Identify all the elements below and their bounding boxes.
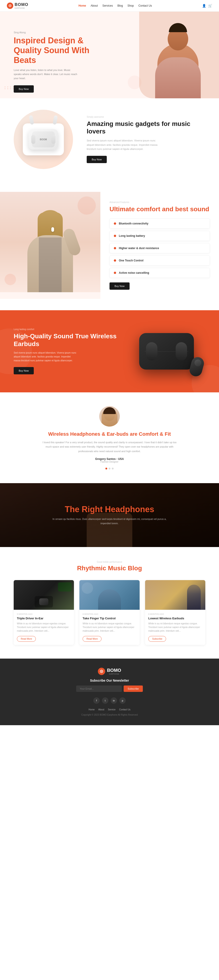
feature-item-battery: Long lasting battery — [110, 231, 210, 241]
blog-cta-3[interactable]: Subscribe — [148, 636, 166, 642]
footer-social-links: f t in p — [14, 697, 205, 704]
social-facebook-icon[interactable]: f — [93, 697, 100, 704]
amazing-tag: Simply awesome — [87, 116, 205, 118]
blog-image-2 — [79, 580, 140, 610]
amazing-section: BOOM Simply awesome Amazing music gadget… — [0, 98, 219, 180]
feature-label-water: Higher water & dust resistance — [119, 247, 159, 250]
amazing-image: BOOM — [14, 110, 73, 169]
testimonial-avatar — [99, 406, 120, 426]
hero-tag: Sing Along — [14, 31, 100, 34]
hero-description: Love what you listen, listen to what you… — [14, 68, 78, 80]
features-image — [0, 192, 100, 299]
footer-nav-contact[interactable]: Contact Us — [119, 708, 130, 711]
blog-grid: 5 MONTHS AGO Triple Driver In-Ear While … — [14, 580, 205, 645]
footer-nav: Home About Service Contact Us — [14, 708, 205, 711]
footer-copyright: Copyright © 2023 BOMO Earphone All Right… — [14, 714, 205, 716]
blog-cta-1[interactable]: Read More — [17, 636, 36, 642]
social-linkedin-icon[interactable]: in — [111, 697, 117, 704]
nav-home[interactable]: Home — [78, 4, 86, 7]
newsletter-form: Subscribe — [14, 686, 205, 692]
earbuds-description: Sed viverra ipsum nunc aliquet bibendum.… — [14, 351, 78, 363]
blog-card-title-1: Triple Driver In-Ear — [17, 617, 71, 620]
testimonial-dot-1[interactable] — [105, 468, 107, 469]
blog-image-3 — [145, 580, 205, 610]
feature-dot-touch — [114, 259, 116, 262]
hero-cta-button[interactable]: Buy Now — [14, 85, 34, 92]
hero-section: Sing Along Inspired Design & Quality Sou… — [0, 12, 219, 98]
feature-label-bluetooth: Bluetooth connectivity — [119, 222, 148, 225]
footer-nav-about[interactable]: About — [98, 708, 104, 711]
logo[interactable]: BOMO EARPHONE — [7, 2, 28, 9]
feature-label-touch: One Touch Control — [119, 259, 143, 262]
feature-dot-bluetooth — [114, 223, 116, 225]
blog-title: Rhythmic Music Blog — [14, 565, 205, 572]
social-twitter-icon[interactable]: t — [102, 697, 108, 704]
features-section: Advanced Features Ultimate comfort and b… — [0, 180, 219, 310]
earbuds-box: BOOM — [23, 123, 64, 155]
blog-image-1 — [14, 580, 74, 610]
blog-card-2: 6 MONTHS AGO Take Finger Tip Control Whi… — [79, 580, 140, 645]
svg-point-1 — [10, 5, 11, 6]
earbuds-cta-button[interactable]: Buy Now — [14, 367, 34, 374]
newsletter-submit-button[interactable]: Subscribe — [124, 686, 143, 692]
banner-title: The Right Headphones — [52, 504, 167, 514]
newsletter-input[interactable] — [76, 686, 122, 692]
user-icon[interactable]: 👤 — [202, 4, 206, 8]
feature-item-water: Higher water & dust resistance — [110, 243, 210, 253]
nav-about[interactable]: About — [90, 4, 98, 7]
feature-dot-battery — [114, 235, 116, 237]
banner-section: The Right Headphones In ornare qu facili… — [0, 483, 219, 547]
testimonial-dot-3[interactable] — [112, 468, 114, 469]
banner-content: The Right Headphones In ornare qu facili… — [52, 504, 167, 525]
blog-card-desc-2: While in au mi bibendum neque egestas co… — [83, 622, 136, 633]
amazing-cta-button[interactable]: Buy Now — [87, 156, 107, 163]
blog-card-3: 6 MONTHS AGO Lowest Wireless Earbuds Whi… — [145, 580, 205, 645]
navbar: BOMO EARPHONE Home About Services Blog S… — [0, 0, 219, 12]
testimonial-dot-2[interactable] — [109, 468, 110, 469]
footer-nav-home[interactable]: Home — [89, 708, 95, 711]
nav-blog[interactable]: Blog — [117, 4, 123, 7]
features-tag: Advanced Features — [110, 201, 210, 204]
blog-content-1: 5 MONTHS AGO Triple Driver In-Ear While … — [14, 610, 74, 645]
hero-image — [151, 25, 205, 98]
amazing-title: Amazing music gadgets for music lovers — [87, 120, 205, 135]
nav-links: Home About Services Blog Shop Contact Us — [78, 4, 152, 7]
blog-section: Good treble performance Rhythmic Music B… — [0, 547, 219, 659]
feature-label-noise: Active noise cancelling — [119, 271, 149, 274]
feature-item-bluetooth: Bluetooth connectivity — [110, 218, 210, 229]
nav-contact[interactable]: Contact Us — [138, 4, 152, 7]
footer-logo: BOMO EARPHONE — [14, 668, 205, 675]
blog-card-title-2: Take Finger Tip Control — [83, 617, 136, 620]
amazing-description: Sed viverra ipsum nunc aliquet bibendum.… — [87, 138, 160, 151]
nav-actions: 👤 🛒 — [202, 4, 212, 8]
logo-icon — [7, 3, 13, 9]
testimonial-title: Wireless Headphones & Ear-buds are Comfo… — [41, 431, 178, 437]
blog-card-desc-3: While in au mi bibendum neque egestas co… — [148, 622, 202, 633]
blog-card-desc-1: While in au mi bibendum neque egestas co… — [17, 622, 71, 633]
earbuds-tag: Long lasting comfort — [14, 328, 119, 331]
feature-dot-noise — [114, 272, 116, 274]
svg-point-3 — [101, 671, 102, 672]
feature-label-battery: Long lasting battery — [119, 234, 145, 237]
nav-shop[interactable]: Shop — [127, 4, 134, 7]
testimonial-content: Wireless Headphones & Ear-buds are Comfo… — [41, 406, 178, 469]
features-cta-button[interactable]: Buy Now — [110, 282, 130, 290]
feature-dot-water — [114, 247, 116, 249]
features-content: Advanced Features Ultimate comfort and b… — [100, 192, 219, 299]
cart-icon[interactable]: 🛒 — [208, 4, 212, 8]
social-pinterest-icon[interactable]: p — [119, 697, 126, 704]
blog-tag: Good treble performance — [14, 561, 205, 563]
testimonial-person-role: Fashion Designer — [41, 461, 178, 463]
testimonial-person-name: Gregory Santos - USA — [41, 457, 178, 461]
feature-item-noise: Active noise cancelling — [110, 268, 210, 278]
earbuds-content: Long lasting comfort High-Quality Sound … — [14, 328, 119, 374]
footer-logo-subtext: EARPHONE — [107, 673, 121, 675]
hero-title: Inspired Design & Quality Sound With Bea… — [14, 36, 100, 65]
blog-cta-2[interactable]: Read More — [83, 636, 102, 642]
amazing-content: Simply awesome Amazing music gadgets for… — [87, 116, 205, 163]
blog-meta-3: 6 MONTHS AGO — [148, 613, 202, 615]
nav-services[interactable]: Services — [102, 4, 113, 7]
footer: BOMO EARPHONE Subscribe Our Newsletter S… — [0, 659, 219, 725]
footer-nav-service[interactable]: Service — [108, 708, 116, 711]
blog-content-2: 6 MONTHS AGO Take Finger Tip Control Whi… — [79, 610, 140, 645]
